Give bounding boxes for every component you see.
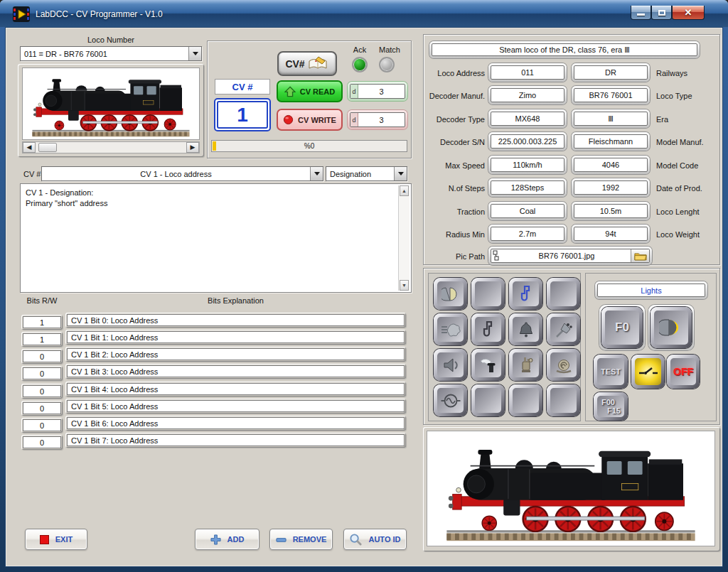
loco-number-combo[interactable]: 011 = DR - BR76 76001 (20, 46, 202, 61)
scrollbar-down-button[interactable]: ▼ (400, 280, 409, 291)
function-button-coal-shovel[interactable] (547, 313, 580, 345)
headlight-icon (441, 286, 460, 303)
info-left-field[interactable]: 011 (488, 63, 567, 82)
function-button-empty[interactable] (509, 384, 542, 416)
info-right-field[interactable]: 94t (572, 225, 650, 243)
headlight-toggle-button[interactable] (651, 307, 692, 348)
info-right-field[interactable]: 1992 (572, 178, 650, 197)
picture-scrollbar[interactable]: ◀ ▶ (22, 141, 200, 153)
function-button-headlight[interactable] (434, 278, 467, 310)
info-right-field[interactable]: Fleischmann (572, 132, 650, 151)
cv-description-area[interactable]: CV 1 - Designation: Primary "short" addr… (20, 183, 412, 293)
pic-path-control[interactable]: BR76 76001.jpg (488, 247, 652, 265)
minimize-button[interactable] (631, 6, 651, 20)
radix-indicator[interactable]: d (350, 85, 358, 98)
scrollbar-up-button[interactable]: ▲ (400, 185, 409, 196)
bit-value-2[interactable]: 0 (21, 349, 63, 364)
arrow-up-icon: ▲ (402, 188, 407, 193)
bit-explanation-4: CV 1 Bit 4: Loco Address (65, 382, 406, 396)
maximize-button[interactable] (651, 6, 672, 20)
bit-value-0[interactable]: 1 (21, 315, 63, 330)
browse-button[interactable] (631, 249, 649, 262)
function-button-snail[interactable] (547, 349, 580, 381)
info-left-field[interactable]: MX648 (488, 109, 567, 128)
bit-value-1[interactable]: 1 (21, 332, 63, 347)
lights-label-field[interactable]: Lights (595, 281, 707, 299)
loco-number-dropdown-button[interactable] (188, 47, 201, 60)
bit-value-3[interactable]: 0 (21, 366, 63, 381)
f00-f15-button[interactable]: F00 F15 (594, 392, 628, 421)
auto-id-button[interactable]: AUTO ID (343, 529, 407, 550)
cv-read-button[interactable]: CV READ (277, 80, 343, 102)
cv-write-value[interactable]: 3 (358, 116, 405, 124)
headlight-toggle-bezel (648, 305, 694, 350)
headlight-on-icon (659, 317, 683, 338)
description-scrollbar[interactable]: ▲ ▼ (398, 185, 410, 291)
function-button-empty[interactable] (471, 278, 505, 310)
info-right-field[interactable]: Ⅲ (572, 109, 650, 128)
function-button-empty[interactable] (547, 278, 580, 310)
cv-select-combo[interactable]: CV 1 - Loco address (41, 166, 323, 181)
close-icon: ✕ (685, 7, 692, 18)
remove-button[interactable]: REMOVE (269, 529, 333, 550)
bit-value-7[interactable]: 0 (21, 435, 63, 450)
info-right-label: Loco Type (656, 92, 692, 100)
function-button-generator[interactable] (509, 349, 542, 381)
info-left-field[interactable]: 225.000.003.225 (488, 132, 567, 151)
switch-button[interactable] (631, 355, 665, 389)
test-label: TEST (597, 358, 624, 385)
function-button-steam-blast[interactable] (434, 313, 467, 345)
info-left-field[interactable]: 128Steps (488, 178, 567, 197)
f0-button[interactable]: F0 (601, 307, 643, 348)
info-left-field[interactable]: 2.7m (488, 225, 567, 243)
pic-path-field[interactable]: BR76 76001.jpg (503, 252, 631, 260)
functions-panel: Lights F0 T (423, 268, 720, 425)
function-button-whistle-secondary[interactable] (509, 278, 542, 310)
info-left-field[interactable]: 110km/h (488, 156, 567, 174)
cv-description-line1: CV 1 - Designation: (26, 188, 392, 198)
info-right-label: Era (656, 115, 668, 124)
cv-select-dropdown-button[interactable] (310, 167, 323, 180)
cv-read-value[interactable]: 3 (358, 87, 405, 96)
info-right-field[interactable]: 10.5m (572, 202, 650, 220)
info-right-label: Loco Weight (656, 230, 700, 239)
up-arrow-icon (284, 86, 296, 97)
info-left-field[interactable]: Coal (488, 202, 567, 220)
exit-button[interactable]: EXIT (25, 529, 87, 550)
test-button[interactable]: TEST (594, 355, 628, 389)
off-button[interactable]: OFF (667, 355, 700, 389)
scroll-left-button[interactable]: ◀ (23, 142, 36, 153)
function-button-bell[interactable] (509, 313, 542, 345)
info-right-field[interactable]: DR (572, 63, 650, 82)
info-right-label: Model Manuf. (656, 138, 704, 146)
title-bar[interactable]: LabDCC - CV Programmer - V1.0 ✕ (0, 0, 728, 27)
designation-dropdown-button[interactable] (394, 167, 407, 180)
function-button-whistle[interactable] (471, 313, 505, 345)
cv-read-spinner[interactable]: d 3 (348, 82, 407, 101)
info-left-field[interactable]: Zimo (488, 86, 567, 104)
function-button-speaker[interactable] (434, 349, 467, 381)
function-button-ac-generator[interactable] (434, 384, 467, 416)
chevron-down-icon (398, 172, 404, 176)
function-button-empty[interactable] (547, 384, 580, 416)
close-button[interactable]: ✕ (672, 6, 705, 20)
radix-indicator[interactable]: d (350, 113, 358, 126)
designation-combo[interactable]: Designation (326, 166, 407, 181)
scroll-thumb[interactable] (38, 143, 57, 152)
cv-number-display[interactable]: 1 (214, 98, 271, 131)
info-right-field[interactable]: BR76 76001 (572, 86, 650, 104)
cv-list-button[interactable]: CV# (277, 51, 337, 76)
loco-description-field[interactable]: Steam loco of the DR, class 76, era Ⅲ (429, 41, 700, 58)
cv-write-button[interactable]: CV WRITE (277, 109, 343, 131)
scroll-right-button[interactable]: ▶ (186, 142, 199, 153)
info-right-field[interactable]: 4046 (572, 156, 650, 174)
add-button[interactable]: ADD (195, 529, 259, 550)
bit-value-5[interactable]: 0 (21, 401, 63, 416)
function-button-empty[interactable] (471, 384, 505, 416)
cv-write-spinner[interactable]: d 3 (348, 110, 407, 129)
bit-value-4[interactable]: 0 (21, 384, 63, 399)
cv-read-label: CV READ (300, 87, 336, 96)
function-button-steam-chimney[interactable] (471, 349, 505, 381)
cv-number-value: 1 (217, 101, 268, 129)
bit-value-6[interactable]: 0 (21, 418, 63, 433)
